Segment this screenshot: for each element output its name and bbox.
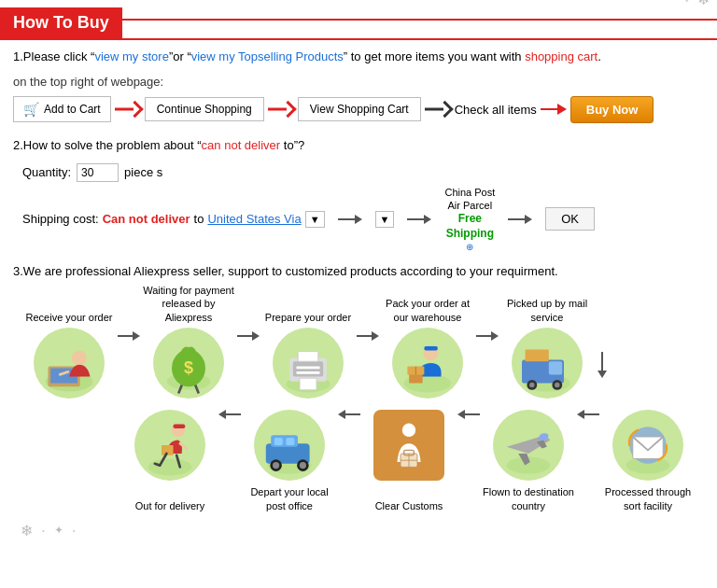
svg-point-50 — [148, 458, 192, 475]
svg-rect-14 — [296, 371, 319, 374]
svg-rect-15 — [298, 351, 318, 361]
delivery-icon — [134, 410, 205, 481]
united-states-via-link[interactable]: United States Via — [207, 212, 301, 226]
shipping-form: Quantity: piece s Shipping cost: Can not… — [22, 163, 704, 254]
shipping-arrow2 — [407, 215, 431, 224]
quantity-input[interactable] — [77, 163, 119, 182]
bottom-arrow1 — [217, 410, 243, 419]
free-shipping-label: FreeShipping — [446, 212, 494, 241]
snowflake-deco2: ✦ — [683, 0, 691, 5]
top-arrow3 — [355, 331, 381, 341]
process-step-receive: Receive your order — [22, 296, 116, 399]
post-office-icon — [254, 410, 325, 481]
process-step-payment: Waiting for payment released by Aliexpre… — [142, 296, 235, 399]
svg-text:$: $ — [184, 358, 193, 377]
bottom-arrow3 — [456, 410, 482, 419]
snowflake-bottom1: ❄ — [21, 522, 33, 539]
circle-icon-deco: ⊕ — [466, 241, 473, 253]
step3-text: 3.We are professional Aliexpress seller,… — [13, 262, 704, 281]
process-step-prepare: Prepare your order — [261, 296, 355, 399]
process-step-pack: Pack your order at our warehouse — [381, 296, 474, 399]
shipping-section: Shipping cost: Can not deliver to United… — [22, 186, 704, 254]
top-arrow4 — [474, 331, 500, 341]
cart-icon: 🛒 — [23, 102, 39, 117]
pack-order-icon — [392, 328, 463, 399]
page-title: How To Buy — [0, 7, 122, 38]
piece-label: piece s — [124, 165, 162, 179]
process-step-fly: Flown to destination country — [482, 410, 575, 516]
process-step-sort: Processed through sort facility — [601, 410, 695, 516]
quantity-row: Quantity: piece s — [22, 163, 704, 182]
main-content: 1.Please click “view my store”or “view m… — [0, 40, 717, 549]
svg-point-47 — [273, 462, 279, 469]
svg-rect-16 — [300, 378, 316, 390]
svg-point-29 — [555, 383, 559, 387]
top-arrow2 — [235, 331, 261, 341]
svg-rect-45 — [286, 438, 294, 445]
quantity-label: Quantity: — [22, 165, 71, 179]
pickup-icon — [512, 328, 583, 399]
view-shopping-cart-button[interactable]: View Shopping Cart — [298, 97, 421, 121]
header-bar: How To Buy ✦ ✦ ❄ — [0, 0, 717, 40]
svg-rect-25 — [549, 361, 562, 374]
payment-icon: $ — [153, 328, 224, 399]
bottom-arrow4 — [575, 410, 601, 419]
add-to-cart-button[interactable]: 🛒 Add to Cart — [13, 96, 111, 122]
dot-bottom1: • — [42, 526, 45, 535]
shipping-arrow1 — [338, 215, 362, 224]
cannot-deliver-highlight: can not deliver — [202, 138, 281, 152]
ok-button[interactable]: OK — [545, 207, 595, 231]
bottom-arrow2 — [336, 410, 362, 419]
arrow3 — [425, 102, 451, 117]
cannot-deliver-text: Can not deliver — [103, 212, 190, 226]
shipping-row: Shipping cost: Can not deliver to United… — [22, 211, 325, 228]
via-dropdown[interactable]: ▼ — [305, 211, 325, 228]
process-bottom-row: Processed through sort facility — [13, 410, 704, 516]
buy-now-button[interactable]: Buy Now — [570, 96, 654, 123]
process-step-customs: Clear Customs — [362, 410, 456, 516]
shopping-cart-text: shopping cart — [525, 49, 598, 63]
snowflake-deco3: ❄ — [697, 0, 710, 8]
shipping-arrow3 — [508, 215, 532, 224]
svg-rect-13 — [296, 366, 319, 369]
to-text: to — [194, 212, 204, 226]
svg-point-49 — [300, 462, 306, 469]
arrow2 — [268, 102, 294, 117]
customs-icon — [373, 410, 444, 481]
step1-description: 1.Please click “view my store”or “view m… — [13, 48, 704, 67]
svg-rect-44 — [274, 438, 283, 445]
receive-order-icon — [34, 328, 105, 399]
on-top-text: on the top right of webpage: — [13, 75, 704, 89]
step2-title: 2.How to solve the problem about “can no… — [13, 136, 704, 156]
process-step-depart: Depart your local post office — [243, 410, 336, 516]
svg-rect-52 — [174, 424, 186, 428]
svg-point-3 — [72, 350, 87, 365]
check-items-label: Check all items — [455, 103, 537, 117]
svg-rect-19 — [424, 346, 437, 351]
flight-icon — [493, 410, 564, 481]
svg-point-36 — [402, 423, 415, 436]
china-post-info: China Post Air Parcel FreeShipping ⊕ — [444, 186, 495, 254]
sort-facility-icon — [612, 410, 683, 481]
process-top-row: Receive your order — [13, 296, 704, 399]
step1-prefix: 1.Please click “ — [13, 49, 94, 63]
dot-bottom2: • — [73, 526, 76, 535]
process-step-pickup: Picked up by mail service — [500, 296, 594, 399]
svg-point-27 — [529, 383, 534, 387]
arrow1 — [115, 102, 141, 117]
shipping-cost-label: Shipping cost: — [22, 212, 99, 226]
process-section: Receive your order — [13, 296, 704, 516]
prepare-order-icon — [273, 328, 344, 399]
bottom-decorations: ❄ • ✦ • — [13, 522, 704, 539]
snowflake-bottom2: ✦ — [54, 524, 63, 537]
down-arrow — [598, 352, 607, 378]
continue-shopping-button[interactable]: Continue Shopping — [145, 97, 264, 121]
purchase-flow-buttons: 🛒 Add to Cart Continue Shopping View Sho… — [13, 96, 704, 123]
top-arrow1 — [116, 331, 142, 341]
svg-rect-30 — [526, 349, 549, 361]
process-step-delivery: Out for delivery — [123, 410, 217, 516]
view-store-link[interactable]: view my store — [94, 49, 168, 63]
topselling-link[interactable]: view my Topselling Products — [191, 49, 344, 63]
shipping-option-dropdown[interactable]: ▼ — [375, 211, 395, 228]
